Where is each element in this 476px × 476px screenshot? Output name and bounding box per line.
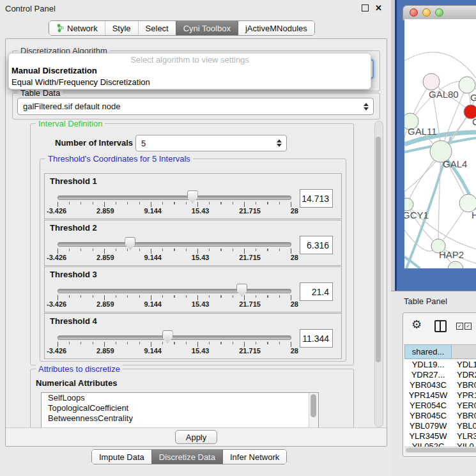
dropdown-option-manual-discretization[interactable]: Manual Discretization (9, 65, 371, 77)
apply-strip: Apply (6, 427, 387, 446)
checked-checkbox-icon[interactable]: ✓ (456, 323, 463, 330)
settings-scrollbar[interactable] (374, 121, 383, 427)
checked-checkbox-icon[interactable]: ✓ (464, 323, 472, 330)
cell-shared-name[interactable]: YPR145W (404, 390, 452, 401)
split-columns-icon[interactable] (434, 320, 447, 332)
cell-name[interactable]: YIL0 (452, 441, 474, 447)
table-hscroll-thumb[interactable] (406, 448, 476, 452)
threshold-4-slider-track[interactable] (58, 335, 291, 340)
zoom-traffic-light-icon[interactable] (435, 8, 443, 17)
table-data-group: Table Data galFiltered.sif default node (12, 93, 380, 119)
cell-name[interactable]: YDR2 (452, 370, 476, 380)
threshold-4-panel: Threshold 4 -3.4262.8599.14415.4321.7152… (44, 313, 342, 359)
tab-discretize-data[interactable]: Discretize Data (151, 450, 222, 464)
table-data-combobox[interactable]: galFiltered.sif default node (17, 98, 374, 115)
numerical-attribute-item[interactable]: SelfLoops (42, 393, 318, 403)
threshold-4-value-field[interactable]: 11.344 (300, 329, 333, 348)
slider-tick-label: 9.144 (144, 207, 162, 215)
cell-name[interactable]: YER0 (452, 401, 476, 411)
tab-network[interactable]: Network (49, 21, 105, 35)
network-window-titlebar[interactable] (403, 5, 476, 20)
dropdown-option-equal-width-frequency[interactable]: Equal Width/Frequency Discretization (9, 77, 371, 88)
slider-tick-label: 21.715 (239, 347, 261, 355)
column-header-shared-name[interactable]: shared... (404, 344, 452, 359)
tab-impute-data[interactable]: Impute Data (92, 450, 151, 464)
network-node-gal80[interactable] (423, 73, 440, 90)
table-toolbar: ⚙ ✓ ✓ (403, 313, 476, 339)
threshold-1-value-field[interactable]: 14.713 (300, 189, 333, 208)
network-node-label: GAL80 (429, 89, 459, 100)
table-row[interactable]: YBR045CYBR0 (404, 411, 476, 421)
cell-name[interactable]: YDL1 (452, 360, 476, 370)
cell-shared-name[interactable]: YBL079W (404, 421, 452, 431)
table-row[interactable]: YBR043CYBR0 (404, 380, 476, 390)
cell-name[interactable]: YPR1 (452, 390, 476, 401)
threshold-3-panel: Threshold 3 -3.4262.8599.14415.4321.7152… (44, 266, 342, 312)
screen: { "window": { "title": "Control Panel" }… (0, 0, 476, 476)
cell-shared-name[interactable]: YDL19... (404, 360, 452, 370)
close-traffic-light-icon[interactable] (410, 8, 418, 17)
threshold-2-value-field[interactable]: 6.316 (300, 236, 333, 254)
table-panel: Table Panel ⚙ ✓ ✓ shared... n YDL19...YD… (391, 291, 476, 476)
table-row[interactable]: YDL19...YDL1 (404, 360, 476, 370)
gear-icon[interactable]: ⚙ (411, 318, 422, 331)
cell-shared-name[interactable]: YDR27... (404, 370, 452, 380)
cell-shared-name[interactable]: YBR045C (404, 411, 452, 421)
cell-name[interactable]: YBR0 (452, 411, 476, 421)
float-window-icon[interactable] (362, 4, 369, 12)
attributes-list-scrollbar[interactable] (309, 393, 318, 427)
numerical-attribute-item[interactable]: TopologicalCoefficient (42, 403, 318, 413)
slider-tick-label: -3.426 (47, 254, 66, 261)
numerical-attribute-item[interactable]: BetweennessCentrality (42, 413, 318, 424)
cell-name[interactable]: YLR3 (452, 431, 476, 441)
network-node-ga[interactable] (459, 77, 475, 93)
network-node-gcy1[interactable] (404, 198, 413, 211)
slider-tick-label: 2.859 (96, 254, 114, 261)
tab-cyni-toolbox[interactable]: Cyni Toolbox (176, 21, 238, 35)
close-icon[interactable]: ✕ (375, 4, 382, 12)
threshold-1-slider-thumb[interactable] (187, 190, 198, 203)
tab-style[interactable]: Style (105, 21, 138, 35)
table-header-row: shared... n (404, 344, 476, 359)
numerical-attributes-label: Numerical Attributes (36, 378, 117, 388)
table-horizontal-scrollbar[interactable] (404, 447, 476, 454)
cell-shared-name[interactable]: YER054C (404, 401, 452, 411)
cell-name[interactable]: YBR0 (452, 380, 476, 390)
threshold-3-value-field[interactable]: 21.4 (300, 282, 333, 301)
tab-impute-data-label: Impute Data (99, 452, 144, 462)
table-row[interactable]: YIL052CYIL0 (404, 441, 476, 447)
cell-name[interactable]: YBL0 (452, 421, 476, 431)
cyni-toolbox-panel: Discretization Algorithm Select algorith… (5, 38, 387, 447)
column-header-name[interactable]: n (452, 344, 476, 359)
tab-select[interactable]: Select (138, 21, 176, 35)
tab-infer-network[interactable]: Infer Network (222, 450, 286, 464)
minimize-traffic-light-icon[interactable] (422, 8, 431, 17)
threshold-2-slider-thumb[interactable] (125, 237, 135, 250)
threshold-3-slider-thumb[interactable] (236, 284, 247, 296)
table-row[interactable]: YBL079WYBL0 (404, 421, 476, 431)
number-of-intervals-combobox[interactable]: 5 (135, 135, 287, 151)
threshold-4-slider-thumb[interactable] (162, 330, 173, 343)
cell-shared-name[interactable]: YBR043C (404, 380, 452, 390)
attributes-group-title: Attributes to discretize (36, 364, 123, 374)
network-edge[interactable] (404, 52, 476, 78)
attributes-to-discretize-group: Attributes to discretize Numerical Attri… (30, 369, 354, 427)
numerical-attributes-list[interactable]: SelfLoopsTopologicalCoefficientBetweenne… (41, 392, 319, 427)
apply-button[interactable]: Apply (175, 430, 217, 444)
network-node-label: C (472, 116, 476, 127)
table-row[interactable]: YLR345WYLR3 (404, 431, 476, 441)
cell-shared-name[interactable]: YIL052C (404, 441, 452, 447)
tab-jactivemnodules-label: jActiveMNodules (245, 24, 307, 33)
threshold-2-slider-track[interactable] (58, 242, 291, 247)
settings-scrollbar-thumb[interactable] (376, 137, 381, 362)
network-canvas[interactable]: GAL80GACGAL11GAL4GCY1HHAP2 (404, 19, 476, 268)
table-row[interactable]: YER054CYER0 (404, 401, 476, 411)
control-panel-titlebar: Control Panel ✕ (0, 0, 391, 17)
tab-jactivemnodules[interactable]: jActiveMNodules (238, 21, 314, 35)
threshold-1-slider-track[interactable] (58, 196, 291, 200)
interval-definition-title: Interval Definition (36, 119, 105, 128)
table-row[interactable]: YDR27...YDR2 (404, 370, 476, 380)
cell-shared-name[interactable]: YLR345W (404, 431, 452, 441)
table-row[interactable]: YPR145WYPR1 (404, 390, 476, 401)
threshold-3-slider-track[interactable] (58, 289, 291, 293)
